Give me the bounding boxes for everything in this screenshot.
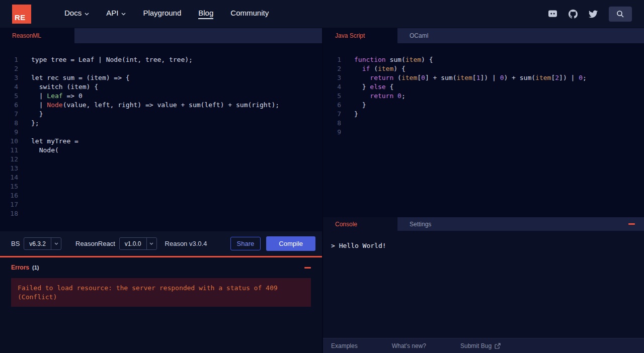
nav-item-docs[interactable]: Docs xyxy=(64,9,89,19)
code-text: let rec sum = (item) => { xyxy=(31,73,130,82)
line-number: 7 xyxy=(0,110,18,119)
errors-header: Errors (1) xyxy=(0,257,322,274)
nav-item-api[interactable]: API xyxy=(106,9,126,19)
search-button[interactable] xyxy=(609,7,632,22)
code-line: 15 xyxy=(0,182,322,191)
share-button[interactable]: Share xyxy=(230,237,261,250)
code-text: function sum(item) { xyxy=(354,55,433,64)
code-line: 7} xyxy=(323,110,644,119)
output-tabstrip: Java Script OCaml xyxy=(323,28,644,43)
code-line: 13 xyxy=(0,164,322,173)
code-line: 2 xyxy=(0,64,322,73)
nav-label-docs: Docs xyxy=(64,9,82,19)
line-number: 4 xyxy=(323,82,341,92)
nav-item-blog[interactable]: Blog xyxy=(198,9,213,19)
reasonreact-version-value: v1.0.0 xyxy=(120,240,146,247)
collapse-console-icon[interactable] xyxy=(628,223,635,225)
nav-item-community[interactable]: Community xyxy=(230,9,269,19)
reason-pane: ReasonML 1type tree = Leaf | Node(int, t… xyxy=(0,28,322,353)
console-area: > Hello World! xyxy=(323,231,644,338)
compile-button[interactable]: Compile xyxy=(266,236,315,251)
line-number: 2 xyxy=(0,64,18,73)
code-line: 4 switch (item) { xyxy=(0,82,322,92)
code-line: 9 xyxy=(0,128,322,137)
whats-new-link[interactable]: What's new? xyxy=(392,342,426,349)
code-line: 5 return 0; xyxy=(323,92,644,101)
line-number: 8 xyxy=(0,119,18,128)
code-text: return (item[0] + sum(item[1]) | 0) + su… xyxy=(354,73,587,82)
code-line: 3 return (item[0] + sum(item[1]) | 0) + … xyxy=(323,73,644,82)
tab-settings[interactable]: Settings xyxy=(397,217,448,231)
code-line: 17 xyxy=(0,200,322,209)
nav-icons xyxy=(548,7,632,22)
tab-console[interactable]: Console xyxy=(323,217,397,231)
logo-text: RE xyxy=(15,13,26,22)
line-number: 4 xyxy=(0,82,18,92)
line-number: 5 xyxy=(323,92,341,101)
reasonreact-version-select[interactable]: v1.0.0 xyxy=(119,237,157,250)
js-output-editor[interactable]: 1function sum(item) {2 if (item) {3 retu… xyxy=(323,43,644,217)
bs-version-value: v6.3.2 xyxy=(24,240,51,247)
line-number: 6 xyxy=(0,101,18,110)
code-line: 5 | Leaf => 0 xyxy=(0,92,322,101)
tab-ocaml[interactable]: OCaml xyxy=(397,28,448,43)
line-number: 9 xyxy=(323,128,341,137)
errors-count: (1) xyxy=(32,264,39,271)
external-link-icon xyxy=(495,343,501,349)
bs-version-select[interactable]: v6.3.2 xyxy=(24,237,61,250)
code-text: }; xyxy=(31,119,39,128)
tab-reasonml[interactable]: ReasonML xyxy=(0,28,74,43)
code-text: | Node(value, left, right) => value + su… xyxy=(31,101,279,110)
line-number: 13 xyxy=(0,164,18,173)
code-line: 9 xyxy=(323,128,644,137)
nav-label-playground: Playground xyxy=(143,9,181,19)
nav-item-playground[interactable]: Playground xyxy=(143,9,181,19)
code-line: 6 | Node(value, left, right) => value + … xyxy=(0,101,322,110)
code-text: } else { xyxy=(354,82,393,92)
twitter-icon[interactable] xyxy=(589,10,598,19)
main-split: ReasonML 1type tree = Leaf | Node(int, t… xyxy=(0,28,644,353)
chevron-down-icon xyxy=(85,13,89,16)
output-pane: Java Script OCaml 1function sum(item) {2… xyxy=(322,28,644,353)
search-icon xyxy=(616,10,624,18)
nav-label-community: Community xyxy=(230,9,269,19)
code-line: 18 xyxy=(0,209,322,218)
code-text: } xyxy=(31,110,43,119)
reason-tabstrip: ReasonML xyxy=(0,28,322,43)
tab-javascript[interactable]: Java Script xyxy=(323,28,397,43)
line-number: 3 xyxy=(323,73,341,82)
code-line: 12 xyxy=(0,155,322,164)
app: RE Docs API Playground Blog Community xyxy=(0,0,644,353)
line-number: 11 xyxy=(0,146,18,155)
code-text: if (item) { xyxy=(354,64,406,73)
reason-editor[interactable]: 1type tree = Leaf | Node(int, tree, tree… xyxy=(0,43,322,231)
code-line: 1type tree = Leaf | Node(int, tree, tree… xyxy=(0,55,322,64)
line-number: 6 xyxy=(323,101,341,110)
code-line: 11 Node( xyxy=(0,146,322,155)
reasonreact-label: ReasonReact xyxy=(75,240,115,247)
submit-bug-link[interactable]: Submit Bug xyxy=(460,342,501,349)
discord-icon[interactable] xyxy=(548,10,557,18)
line-number: 1 xyxy=(0,55,18,64)
code-line: 6 } xyxy=(323,101,644,110)
github-icon[interactable] xyxy=(569,10,578,19)
code-text: } xyxy=(354,101,366,110)
console-output: > Hello World! xyxy=(331,242,386,249)
line-number: 2 xyxy=(323,64,341,73)
line-number: 17 xyxy=(0,200,18,209)
playground-footer: Examples What's new? Submit Bug xyxy=(323,338,644,353)
code-text: | Leaf => 0 xyxy=(31,92,83,101)
reason-logo[interactable]: RE xyxy=(12,5,31,24)
collapse-errors-icon[interactable] xyxy=(304,267,311,269)
code-line: 7 } xyxy=(0,110,322,119)
line-number: 16 xyxy=(0,191,18,200)
line-number: 15 xyxy=(0,182,18,191)
examples-link[interactable]: Examples xyxy=(331,342,358,349)
chevron-down-icon xyxy=(51,238,61,249)
code-text: let myTree = xyxy=(31,137,78,146)
code-line: 16 xyxy=(0,191,322,200)
line-number: 5 xyxy=(0,92,18,101)
code-line: 1function sum(item) { xyxy=(323,55,644,64)
chevron-down-icon xyxy=(146,238,156,249)
reason-version-label: Reason v3.0.4 xyxy=(165,240,207,247)
